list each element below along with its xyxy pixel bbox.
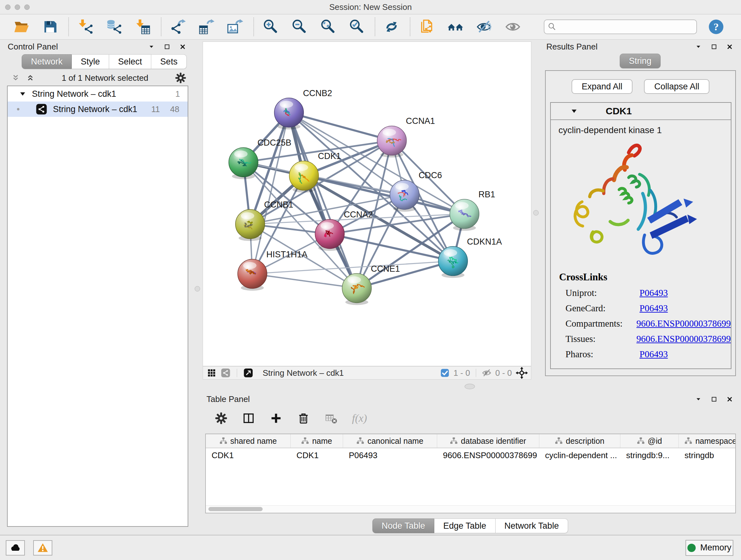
refresh-layout-button[interactable] (384, 19, 400, 35)
hidden-count-icon[interactable] (482, 368, 491, 378)
crosslink-link-uniprot[interactable]: P06493 (639, 288, 668, 298)
group-nodes-button[interactable] (448, 19, 463, 35)
node-entry-header[interactable]: CDK1 (551, 103, 731, 120)
open-file-button[interactable] (13, 19, 29, 35)
import-network-database-button[interactable] (106, 19, 122, 35)
close-window-button[interactable] (5, 4, 10, 10)
crosslink-link-pharos[interactable]: P06493 (639, 349, 668, 360)
fit-content-icon[interactable] (516, 367, 528, 379)
hide-selected-button[interactable] (476, 19, 492, 35)
panel-menu-icon[interactable] (695, 43, 702, 51)
export-image-button[interactable] (227, 19, 243, 35)
panel-float-icon[interactable] (711, 43, 718, 51)
table-options-gear-icon[interactable] (215, 412, 227, 425)
network-node-CCNA1[interactable]: CCNA1 (377, 116, 435, 158)
tab-edge-table[interactable]: Edge Table (434, 518, 495, 533)
network-node-CDC25B[interactable]: CDC25B (229, 138, 291, 179)
column-header-database-identifier[interactable]: database identifier (437, 434, 539, 448)
network-node-RB1[interactable]: RB1 (450, 190, 495, 231)
network-node-CDKN1A[interactable]: CDKN1A (439, 237, 502, 278)
tab-style[interactable]: Style (72, 54, 109, 69)
export-network-button[interactable] (170, 19, 186, 35)
network-edge[interactable] (330, 234, 453, 261)
network-edge[interactable] (304, 176, 464, 214)
tab-node-table[interactable]: Node Table (373, 518, 434, 533)
birdseye-view-icon[interactable] (207, 368, 216, 378)
string-copy-button[interactable] (419, 19, 434, 35)
column-header-shared-name[interactable]: shared name (206, 434, 291, 448)
show-all-button[interactable] (505, 19, 521, 35)
column-header-name[interactable]: name (291, 434, 343, 448)
detach-view-icon[interactable] (244, 368, 253, 378)
table-cell[interactable]: cyclin-dependent ... (539, 448, 620, 462)
zoom-window-button[interactable] (24, 4, 30, 10)
network-node-CCNE1[interactable]: CCNE1 (342, 264, 400, 305)
column-header-namespace[interactable]: namespace (679, 434, 736, 448)
tab-select[interactable]: Select (109, 54, 151, 69)
panel-close-icon[interactable] (726, 395, 733, 403)
help-button[interactable]: ? (708, 18, 724, 35)
network-row-selected[interactable]: String Network – cdk1 11 48 (8, 102, 188, 117)
splitter-handle-bottom[interactable] (465, 384, 475, 389)
network-node-HIST1H1A[interactable]: HIST1H1A (238, 250, 308, 291)
tab-sets[interactable]: Sets (151, 54, 187, 69)
string-view-icon[interactable] (221, 368, 230, 378)
panel-menu-icon[interactable] (695, 395, 702, 403)
tab-network[interactable]: Network (22, 54, 72, 69)
column-header-canonical-name[interactable]: canonical name (343, 434, 437, 448)
network-options-gear-icon[interactable] (175, 72, 186, 84)
table-horizontal-scrollbar[interactable] (206, 505, 735, 513)
tab-string[interactable]: String (620, 54, 661, 68)
zoom-in-button[interactable] (262, 19, 278, 35)
minimize-window-button[interactable] (15, 4, 20, 10)
export-table-button[interactable] (199, 19, 214, 35)
column-header-description[interactable]: description (539, 434, 620, 448)
splitter-handle-left[interactable] (195, 286, 200, 292)
zoom-fit-button[interactable] (320, 19, 336, 35)
collapse-all-networks-icon[interactable] (11, 73, 20, 83)
save-session-button[interactable] (42, 19, 58, 35)
collapse-all-button[interactable]: Collapse All (644, 79, 710, 94)
splitter-handle-right[interactable] (533, 210, 539, 215)
network-edge[interactable] (253, 261, 453, 274)
network-canvas[interactable]: CCNB2CCNA1CDC25BCDK1CDC6RB1CCNB1CCNA2CDK… (203, 42, 531, 366)
table-row[interactable]: CDK1CDK1P064939606.ENSP00000378699cyclin… (206, 448, 735, 462)
panel-close-icon[interactable] (726, 43, 733, 51)
collapse-entry-icon[interactable] (570, 107, 578, 115)
import-network-file-button[interactable] (77, 19, 93, 35)
memory-button[interactable]: Memory (685, 540, 733, 556)
crosslink-row: Compartments:9606.ENSP00000378699 (565, 318, 731, 329)
show-columns-icon[interactable] (242, 412, 255, 425)
network-node-CCNB1[interactable]: CCNB1 (235, 200, 293, 241)
expand-all-button[interactable]: Expand All (571, 79, 633, 94)
selected-count-icon[interactable] (440, 368, 450, 378)
search-input[interactable] (544, 19, 697, 34)
table-cell[interactable]: stringdb (679, 448, 736, 462)
crosslink-link-genecard[interactable]: P06493 (639, 303, 668, 314)
delete-column-icon[interactable] (297, 412, 310, 425)
collapse-icon[interactable] (18, 90, 27, 98)
table-cell[interactable]: 9606.ENSP00000378699 (437, 448, 539, 462)
scrollbar-thumb[interactable] (208, 507, 263, 511)
cloud-status-button[interactable] (6, 540, 25, 556)
table-cell[interactable]: stringdb:9... (620, 448, 679, 462)
table-cell[interactable]: CDK1 (291, 448, 343, 462)
panel-float-icon[interactable] (163, 43, 171, 51)
network-collection-row[interactable]: String Network – cdk1 1 (8, 86, 188, 102)
tab-network-table[interactable]: Network Table (495, 518, 568, 533)
column-header-@id[interactable]: @id (620, 434, 679, 448)
zoom-out-button[interactable] (291, 19, 307, 35)
warnings-button[interactable] (33, 540, 52, 556)
add-column-icon[interactable] (270, 412, 282, 425)
expand-all-networks-icon[interactable] (25, 73, 35, 83)
network-edge[interactable] (253, 274, 357, 288)
table-cell[interactable]: CDK1 (206, 448, 291, 462)
import-table-file-button[interactable] (135, 19, 151, 35)
panel-close-icon[interactable] (179, 43, 186, 51)
table-cell[interactable]: P06493 (343, 448, 437, 462)
crosslink-link-tissues[interactable]: 9606.ENSP00000378699 (636, 334, 731, 344)
panel-menu-icon[interactable] (148, 43, 155, 51)
panel-float-icon[interactable] (711, 395, 718, 403)
crosslink-link-compartments[interactable]: 9606.ENSP00000378699 (636, 318, 731, 329)
zoom-selected-button[interactable] (348, 19, 364, 35)
